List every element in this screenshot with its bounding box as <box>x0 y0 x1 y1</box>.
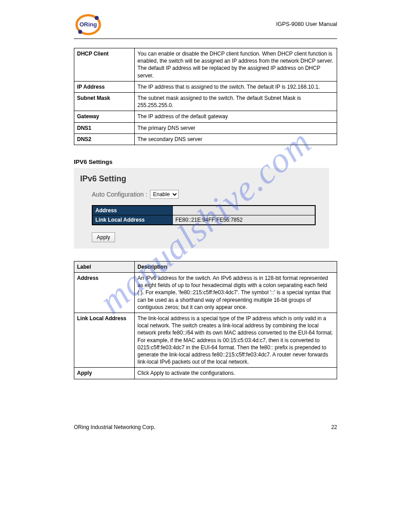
row-desc: The subnet mask assigned to the switch. … <box>135 92 337 111</box>
row-label: Subnet Mask <box>74 92 135 111</box>
auto-configuration-select[interactable]: Enable <box>150 190 179 199</box>
panel-title: IPv6 Setting <box>80 174 323 184</box>
auto-configuration-label: Auto Configuration : <box>92 191 147 198</box>
row-desc: The link-local address is a special type… <box>135 313 337 368</box>
svg-point-2 <box>78 30 82 34</box>
row-label: Gateway <box>74 111 135 122</box>
table-row: DNS2 The secondary DNS server <box>74 133 337 145</box>
page-footer: ORing Industrial Networking Corp. 22 <box>0 424 411 444</box>
table-row: Subnet Mask The subnet mask assigned to … <box>74 92 337 111</box>
svg-point-1 <box>95 16 99 20</box>
ipv6-address-table: Address Link Local Address FE80::21E:94F… <box>92 205 316 225</box>
page-header: ORing IGPS-9080 User Manual <box>74 13 337 39</box>
auto-configuration-row: Auto Configuration : Enable <box>92 190 323 199</box>
link-local-address-value: FE80::21E:94FF:FE56:7852 <box>172 215 315 225</box>
table-row: Link Local Address FE80::21E:94FF:FE56:7… <box>92 215 315 225</box>
header-divider <box>74 39 337 39</box>
copyright-text: ORing Industrial Networking Corp. <box>74 424 155 430</box>
column-header-label: Label <box>74 261 135 272</box>
row-label: DHCP Client <box>74 48 135 82</box>
row-label: Apply <box>74 368 135 379</box>
table-row: Address An IPv6 address for the switch. … <box>74 273 337 313</box>
ip-settings-table: DHCP Client You can enable or disable th… <box>74 48 337 145</box>
row-desc: Click Apply to activate the configuratio… <box>135 368 337 379</box>
row-desc: The IP address of the default gateway <box>135 111 337 122</box>
table-row: Apply Click Apply to activate the config… <box>74 368 337 379</box>
page-number: 22 <box>331 424 337 430</box>
row-desc: The primary DNS server <box>135 122 337 133</box>
row-label: Link Local Address <box>74 313 135 368</box>
doc-title: IGPS-9080 User Manual <box>276 21 337 28</box>
table-row: DHCP Client You can enable or disable th… <box>74 48 337 82</box>
apply-button[interactable]: Apply <box>92 232 115 242</box>
ipv6-setting-panel: IPv6 Setting Auto Configuration : Enable… <box>74 168 329 249</box>
svg-text:ORing: ORing <box>80 21 97 28</box>
row-label: DNS2 <box>74 133 135 145</box>
table-row: Gateway The IP address of the default ga… <box>74 111 337 122</box>
oring-logo: ORing <box>74 13 103 36</box>
row-label: IP Address <box>74 81 135 92</box>
row-desc: An IPv6 address for the switch. An IPv6 … <box>135 273 337 313</box>
table-row: Link Local Address The link-local addres… <box>74 313 337 368</box>
table-row: DNS1 The primary DNS server <box>74 122 337 133</box>
row-desc: The IP address that is assigned to the s… <box>135 81 337 92</box>
row-label: Address <box>74 273 135 313</box>
address-value <box>172 206 315 215</box>
table-row: Address <box>92 206 315 215</box>
row-desc: The secondary DNS server <box>135 133 337 145</box>
row-label: DNS1 <box>74 122 135 133</box>
ipv6-description-table: Label Description Address An IPv6 addres… <box>74 261 337 379</box>
ipv6-section-heading: IPV6 Settings <box>74 159 337 165</box>
address-label: Address <box>92 206 172 215</box>
table-row: IP Address The IP address that is assign… <box>74 81 337 92</box>
row-desc: You can enable or disable the DHCP clien… <box>135 48 337 82</box>
column-header-description: Description <box>135 261 337 272</box>
link-local-address-label: Link Local Address <box>92 215 172 225</box>
